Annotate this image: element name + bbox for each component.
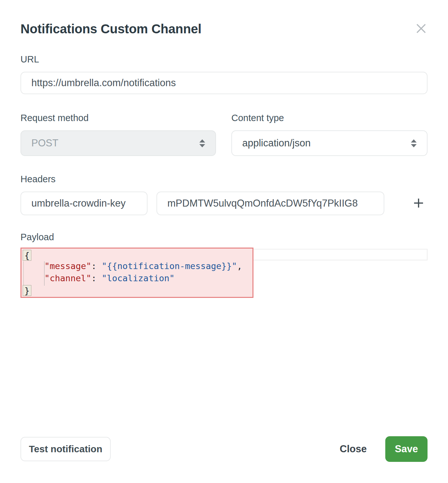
code-separator: : xyxy=(91,273,102,283)
notifications-custom-channel-modal: Notifications Custom Channel URL Request… xyxy=(0,0,448,483)
request-method-group: Request method POST xyxy=(20,113,216,156)
payload-label: Payload xyxy=(20,232,428,242)
content-type-value: application/json xyxy=(242,137,311,149)
content-type-select[interactable]: application/json xyxy=(231,130,428,156)
select-caret-icon xyxy=(411,139,417,147)
code-comma: , xyxy=(237,261,242,271)
request-method-select[interactable]: POST xyxy=(20,130,216,156)
payload-group: Payload { "message": "{{notification-mes… xyxy=(20,232,428,302)
header-row xyxy=(20,192,428,215)
close-brace-widget: } xyxy=(23,285,31,296)
plus-icon xyxy=(413,197,424,210)
content-type-label: Content type xyxy=(231,113,428,123)
method-content-row: Request method POST Content type applica… xyxy=(20,113,428,156)
add-header-button[interactable] xyxy=(410,194,428,212)
payload-editor[interactable]: { "message": "{{notification-message}}",… xyxy=(20,248,428,302)
modal-header: Notifications Custom Channel xyxy=(20,0,428,36)
code-value: "{{notification-message}}" xyxy=(102,261,237,271)
modal-title: Notifications Custom Channel xyxy=(20,22,202,36)
url-label: URL xyxy=(20,54,428,65)
gutter-line xyxy=(23,261,24,285)
save-button[interactable]: Save xyxy=(385,436,428,462)
close-brace: } xyxy=(24,286,29,296)
header-key-input[interactable] xyxy=(20,192,148,215)
open-brace: { xyxy=(24,250,29,260)
code-line: "message": "{{notification-message}}", xyxy=(44,260,242,272)
url-input[interactable] xyxy=(20,72,428,94)
code-value: "localization" xyxy=(102,273,175,283)
test-notification-button[interactable]: Test notification xyxy=(20,437,111,461)
close-button[interactable] xyxy=(415,22,428,35)
request-method-label: Request method xyxy=(20,113,216,123)
code-key: "channel" xyxy=(44,273,91,283)
close-modal-button[interactable]: Close xyxy=(340,443,367,455)
code-key: "message" xyxy=(44,261,91,271)
open-brace-widget: { xyxy=(23,250,31,261)
close-icon xyxy=(416,23,427,35)
headers-label: Headers xyxy=(20,174,428,184)
headers-group: Headers xyxy=(20,174,428,215)
code-line: "channel": "localization" xyxy=(44,272,174,284)
code-separator: : xyxy=(91,261,102,271)
content-type-group: Content type application/json xyxy=(231,113,428,156)
request-method-value: POST xyxy=(31,137,58,149)
select-caret-icon xyxy=(199,139,205,147)
url-field-group: URL xyxy=(20,54,428,94)
payload-code-selection[interactable]: { "message": "{{notification-message}}",… xyxy=(20,248,253,298)
header-value-input[interactable] xyxy=(156,192,384,215)
modal-footer: Test notification Close Save xyxy=(20,436,428,462)
